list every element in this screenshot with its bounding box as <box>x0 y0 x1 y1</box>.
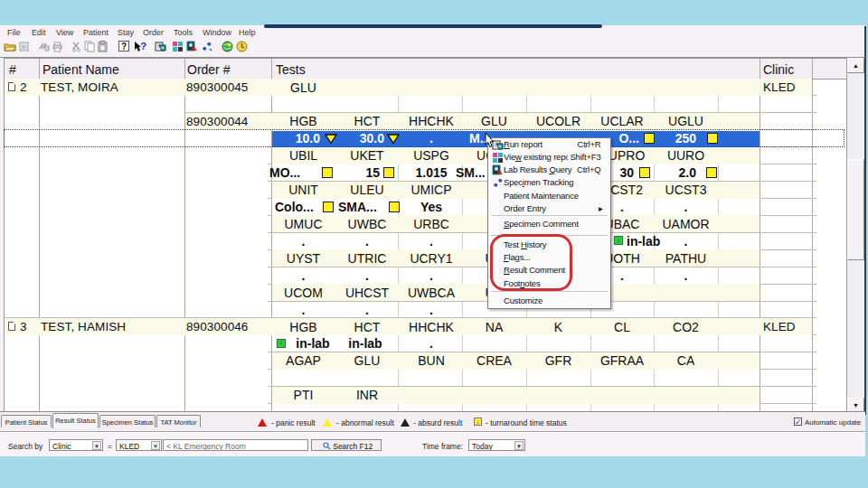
svg-text:?: ? <box>140 41 146 52</box>
svg-text:?: ? <box>121 42 127 52</box>
